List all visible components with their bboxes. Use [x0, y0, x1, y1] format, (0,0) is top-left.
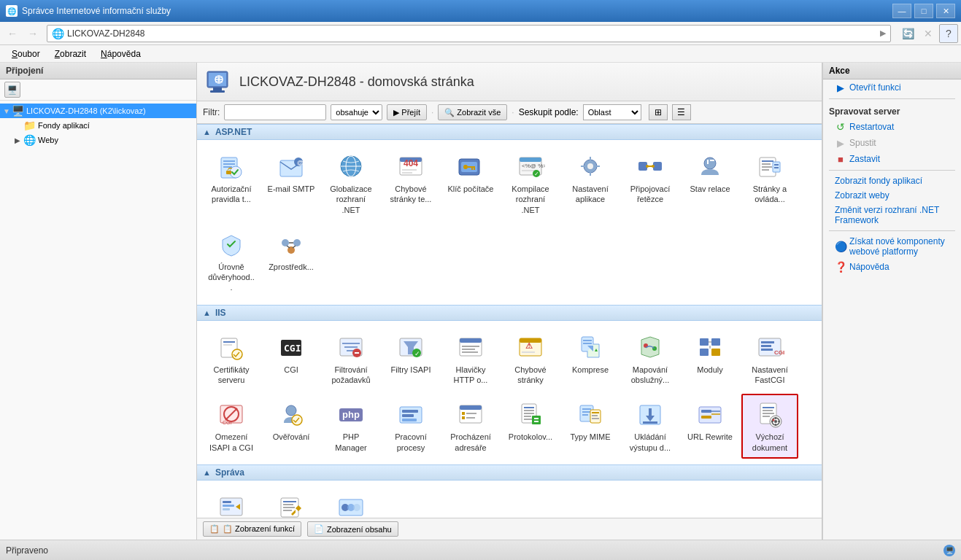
- svg-rect-9: [223, 163, 235, 165]
- item-chybove1[interactable]: 404 Chybové stránky te...: [382, 146, 439, 221]
- item-stav[interactable]: Stav relace: [682, 146, 738, 221]
- svg-rect-104: [761, 345, 771, 347]
- svg-line-63: [293, 246, 296, 248]
- tree-item-weby[interactable]: ▶ 🌐 Weby: [0, 133, 196, 147]
- svg-rect-31: [520, 158, 541, 162]
- action-zastavit[interactable]: ■ Zastavit: [823, 151, 961, 167]
- minimize-button[interactable]: —: [892, 4, 911, 18]
- item-prochazeni[interactable]: Procházení adresáře: [442, 394, 499, 459]
- item-protokol[interactable]: Protokolov...: [502, 394, 559, 459]
- action-restartovat[interactable]: ↺ Restartovat: [823, 119, 961, 135]
- tree-item-fondy[interactable]: 📁 Fondy aplikací: [0, 118, 196, 133]
- menu-zobrazit[interactable]: Zobrazit: [49, 47, 92, 61]
- item-pracovni[interactable]: Pracovní procesy: [382, 394, 439, 459]
- view-list-button[interactable]: ☰: [672, 104, 691, 120]
- action-napoveda[interactable]: ❓ Nápověda: [823, 259, 961, 275]
- weby-label: Zobrazit weby: [835, 190, 889, 201]
- item-certifikaty[interactable]: Certifikáty serveru: [203, 327, 260, 392]
- svg-rect-124: [466, 417, 475, 419]
- svg-marker-93: [641, 337, 659, 357]
- item-hlavicky[interactable]: Hlavičky HTTP o...: [442, 327, 499, 392]
- item-mapovani[interactable]: Mapování obslužný...: [622, 327, 679, 392]
- center-header: LICKOVAZ-DH2848 - domovská stránka: [197, 63, 822, 101]
- svg-rect-29: [471, 168, 473, 170]
- features-view-button[interactable]: 📋 📋 Zobrazení funkcí: [203, 521, 301, 537]
- action-ziskat[interactable]: 🔵 Získat nové komponenty webové platform…: [823, 234, 961, 259]
- item-ukladani[interactable]: Ukládání výstupu d...: [622, 394, 679, 459]
- item-php[interactable]: php PHP Manager: [323, 394, 379, 459]
- icon-chybove1: 404: [396, 152, 425, 181]
- action-weby[interactable]: Zobrazit weby: [823, 188, 961, 203]
- show-all-button[interactable]: 🔍 Zobrazit vše: [438, 104, 507, 120]
- menu-soubor[interactable]: Soubor: [6, 47, 46, 61]
- icon-nastaveni2: CGI: [755, 332, 784, 362]
- item-vychozi[interactable]: Výchozí dokument: [741, 394, 798, 459]
- svg-rect-54: [762, 169, 769, 171]
- svg-rect-121: [462, 412, 465, 415]
- icon-pracovni: [396, 400, 425, 429]
- svg-text:404: 404: [404, 158, 418, 168]
- center-header-icon: [206, 69, 232, 95]
- item-omezeni[interactable]: CGI Omezení ISAPI a CGI: [203, 394, 260, 459]
- go-button[interactable]: ▶ Přejít: [387, 104, 427, 120]
- item-zprostredkovatel[interactable]: Zprostředk...: [263, 224, 320, 299]
- back-button[interactable]: ←: [3, 24, 22, 43]
- menu-napoveda[interactable]: Nápověda: [95, 47, 147, 61]
- item-editor[interactable]: Editor konfigurací: [263, 486, 320, 518]
- action-fondy[interactable]: Zobrazit fondy aplikací: [823, 174, 961, 188]
- svg-point-47: [704, 158, 716, 169]
- svg-text:<%@ %>: <%@ %>: [522, 163, 545, 169]
- ziskat-icon: 🔵: [835, 241, 846, 252]
- maximize-button[interactable]: □: [914, 4, 933, 18]
- item-urlrewrite[interactable]: URL Rewrite: [682, 394, 738, 459]
- item-email[interactable]: @ E-mail SMTP: [263, 146, 320, 221]
- section-aspnet-collapse[interactable]: ▲: [203, 128, 211, 136]
- filter-condition-dropdown[interactable]: obsahuje: [331, 104, 382, 120]
- svg-rect-153: [763, 416, 770, 417]
- conn-btn-1[interactable]: 🖥️: [4, 82, 20, 98]
- status-indicator: 🖥️: [943, 545, 955, 556]
- item-delegovani[interactable]: Delegování funkcí: [203, 486, 260, 518]
- label-omezeni: Omezení ISAPI a CGI: [207, 432, 255, 453]
- item-klic[interactable]: Klíč počítače: [442, 146, 499, 221]
- close-button[interactable]: ✕: [936, 4, 955, 18]
- action-otevrit[interactable]: ▶ Otevřít funkci: [823, 79, 961, 96]
- stop-button[interactable]: ✕: [919, 24, 938, 43]
- item-stranky[interactable]: Stránky a ovláda...: [741, 146, 798, 221]
- item-autorizacni[interactable]: Autorizační pravidla t...: [203, 146, 260, 221]
- item-kompilace[interactable]: <%@ %> ✓ Kompilace rozhraní .NET: [502, 146, 559, 221]
- item-moduly[interactable]: Moduly: [682, 327, 738, 392]
- item-komprese[interactable]: Komprese: [562, 327, 619, 392]
- tree-item-server[interactable]: ▼ 🖥️ LICKOVAZ-DH2848 (K2\lickovaz): [0, 104, 196, 118]
- label-protokol: Protokolov...: [509, 432, 552, 442]
- svg-rect-65: [223, 341, 235, 343]
- svg-rect-128: [524, 413, 534, 414]
- item-filtry[interactable]: ✓ Filtry ISAPI: [382, 327, 439, 392]
- view-toggle-button[interactable]: ⊞: [649, 104, 668, 120]
- item-nastaveni[interactable]: Nastavení aplikace: [562, 146, 619, 221]
- item-cgi[interactable]: CGI CGI: [263, 327, 320, 392]
- item-chybove2[interactable]: ⚠ Chybové stránky: [502, 327, 559, 392]
- action-spustit: ▶ Spustit: [823, 135, 961, 151]
- action-zmnit[interactable]: Změnit verzi rozhraní .NET Framework: [823, 203, 961, 228]
- forward-button[interactable]: →: [23, 24, 42, 43]
- content-view-button[interactable]: 📄 Zobrazení obsahu: [307, 521, 398, 537]
- item-globalizace[interactable]: Globalizace rozhraní .NET: [323, 146, 379, 221]
- section-sprava-collapse[interactable]: ▲: [203, 468, 211, 477]
- item-filtrovani[interactable]: Filtrování požadavků: [323, 327, 379, 392]
- item-pripojovaci[interactable]: Připojovací řetězce: [622, 146, 679, 221]
- content-icon: 📄: [314, 524, 324, 534]
- refresh-button[interactable]: 🔄: [898, 24, 917, 43]
- item-shared[interactable]: Shared Configurat...: [323, 486, 379, 518]
- item-nastaveni2[interactable]: CGI Nastavení FastCGI: [741, 327, 798, 392]
- item-overovani[interactable]: Ověřování: [263, 394, 320, 459]
- item-typy[interactable]: Typy MIME: [562, 394, 619, 459]
- group-dropdown[interactable]: Oblast Kategorie: [583, 104, 641, 120]
- svg-rect-129: [524, 416, 531, 417]
- item-urovne[interactable]: Úrovně důvěryhood...: [203, 224, 260, 299]
- help-button[interactable]: ?: [939, 24, 958, 43]
- section-iis-collapse[interactable]: ▲: [203, 308, 211, 317]
- filter-input[interactable]: [224, 104, 326, 120]
- label-php: PHP Manager: [327, 432, 375, 453]
- address-bar: 🌐 LICKOVAZ-DH2848 ▶: [47, 25, 891, 42]
